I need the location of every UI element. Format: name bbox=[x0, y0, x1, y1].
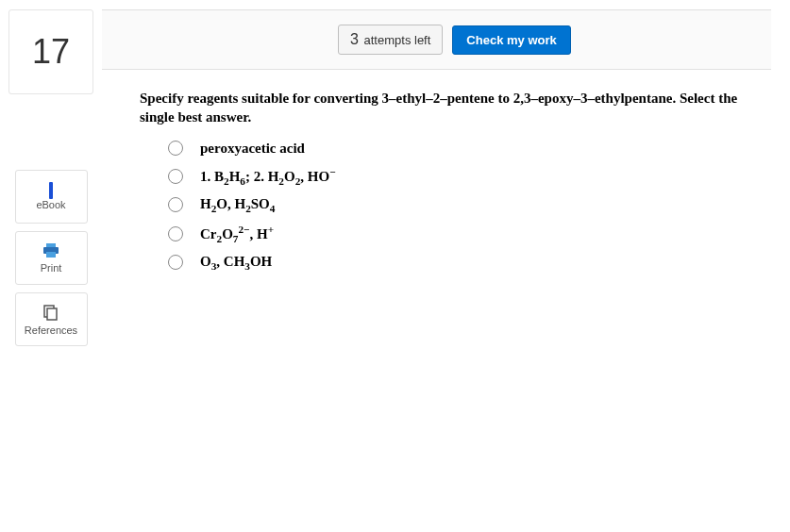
check-my-work-button[interactable]: Check my work bbox=[452, 25, 570, 55]
option-row[interactable]: peroxyacetic acid bbox=[168, 141, 762, 157]
radio-button[interactable] bbox=[168, 169, 183, 184]
option-row[interactable]: H2O, H2SO4 bbox=[168, 196, 762, 214]
attempts-left-box: 3 attempts left bbox=[338, 25, 443, 55]
option-row[interactable]: Cr2O72−, H+ bbox=[168, 224, 762, 244]
option-row[interactable]: 1. B2H6; 2. H2O2, HO− bbox=[168, 166, 762, 187]
option-label: 1. B2H6; 2. H2O2, HO− bbox=[200, 166, 336, 187]
svg-rect-4 bbox=[47, 308, 57, 320]
print-label: Print bbox=[41, 262, 62, 274]
option-label: Cr2O72−, H+ bbox=[200, 224, 274, 244]
radio-button[interactable] bbox=[168, 141, 183, 156]
ebook-icon bbox=[49, 184, 53, 195]
toolbar: 3 attempts left Check my work bbox=[102, 9, 771, 70]
attempts-count: 3 bbox=[350, 31, 359, 47]
options-list: peroxyacetic acid1. B2H6; 2. H2O2, HO−H2… bbox=[168, 141, 762, 272]
print-button[interactable]: Print bbox=[15, 231, 88, 285]
references-button[interactable]: References bbox=[15, 292, 88, 346]
option-row[interactable]: O3, CH3OH bbox=[168, 254, 762, 272]
radio-button[interactable] bbox=[168, 197, 183, 212]
svg-rect-0 bbox=[46, 243, 56, 247]
radio-button[interactable] bbox=[168, 226, 183, 241]
ebook-button[interactable]: eBook bbox=[15, 170, 88, 224]
svg-rect-2 bbox=[46, 252, 56, 258]
references-icon bbox=[42, 304, 59, 321]
attempts-text: attempts left bbox=[364, 33, 431, 47]
option-label: peroxyacetic acid bbox=[200, 141, 305, 157]
references-label: References bbox=[25, 324, 77, 336]
ebook-label: eBook bbox=[36, 199, 65, 210]
radio-button[interactable] bbox=[168, 255, 183, 270]
option-label: O3, CH3OH bbox=[200, 254, 272, 272]
option-label: H2O, H2SO4 bbox=[200, 196, 275, 214]
question-number: 17 bbox=[8, 9, 93, 94]
question-prompt: Specify reagents suitable for converting… bbox=[140, 89, 762, 127]
print-icon bbox=[42, 243, 59, 258]
